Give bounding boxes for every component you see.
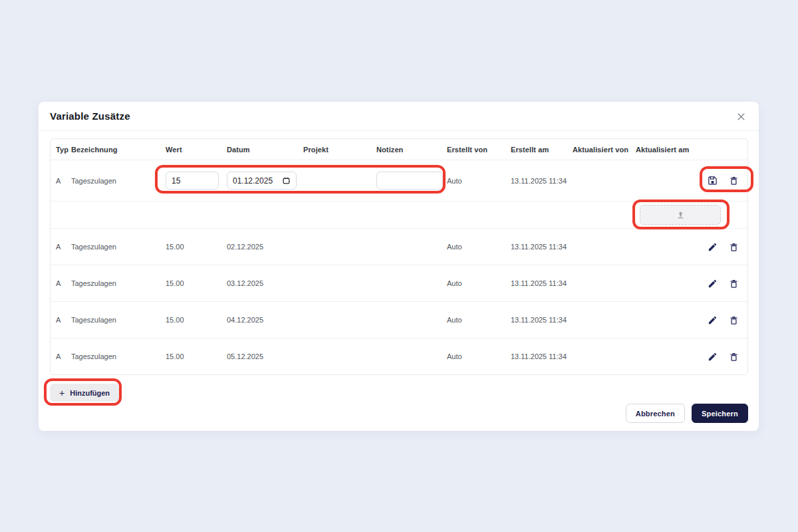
datum-value: 01.12.2025 bbox=[233, 176, 273, 186]
edit-row-button[interactable] bbox=[706, 241, 718, 253]
edit-row-button[interactable] bbox=[706, 277, 718, 289]
edit-row-button[interactable] bbox=[706, 314, 718, 326]
cell-bezeichnung: Tageszulagen bbox=[71, 177, 166, 185]
trash-icon bbox=[729, 176, 739, 186]
footer-actions: Abbrechen Speichern bbox=[626, 404, 748, 423]
close-button[interactable] bbox=[734, 110, 747, 123]
col-header-bezeichnung: Bezeichnung bbox=[71, 146, 166, 154]
cell-datum: 03.12.2025 bbox=[227, 279, 303, 287]
upload-button[interactable] bbox=[640, 205, 721, 225]
variable-zusaetze-modal: Variable Zusätze Typ Bezeichnung Wert Da… bbox=[39, 102, 759, 431]
calendar-icon[interactable] bbox=[282, 176, 291, 185]
table-row-upload bbox=[51, 201, 747, 228]
pencil-icon bbox=[708, 242, 718, 252]
cell-bezeichnung: Tageszulagen bbox=[71, 243, 166, 251]
pencil-icon bbox=[708, 279, 718, 289]
table-row: A Tageszulagen 15.00 02.12.2025 Auto 13.… bbox=[51, 228, 747, 265]
table-header-row: Typ Bezeichnung Wert Datum Projekt Notiz… bbox=[51, 139, 747, 160]
save-button[interactable]: Speichern bbox=[692, 404, 748, 423]
cell-typ: A bbox=[56, 279, 71, 287]
close-icon bbox=[736, 112, 746, 122]
trash-icon bbox=[729, 279, 739, 289]
cell-typ: A bbox=[56, 352, 71, 360]
col-header-erstellt-von: Erstellt von bbox=[447, 146, 511, 154]
cell-erstellt-von: Auto bbox=[447, 177, 511, 185]
pencil-icon bbox=[708, 352, 718, 362]
cell-typ: A bbox=[56, 177, 71, 185]
cell-erstellt-von: Auto bbox=[447, 243, 511, 251]
delete-row-button[interactable] bbox=[728, 314, 739, 326]
upload-icon bbox=[676, 210, 686, 220]
col-header-projekt: Projekt bbox=[303, 146, 376, 154]
cell-datum: 05.12.2025 bbox=[227, 352, 303, 360]
col-header-datum: Datum bbox=[227, 146, 303, 154]
cell-erstellt-am: 13.11.2025 11:34 bbox=[511, 316, 573, 324]
cell-bezeichnung: Tageszulagen bbox=[71, 352, 166, 360]
trash-icon bbox=[729, 242, 739, 252]
cell-datum: 02.12.2025 bbox=[227, 243, 303, 251]
delete-row-button[interactable] bbox=[728, 350, 739, 362]
cell-wert: 15.00 bbox=[166, 352, 227, 360]
col-header-aktualisiert-am: Aktualisiert am bbox=[636, 146, 701, 154]
cell-erstellt-am: 13.11.2025 11:34 bbox=[511, 352, 573, 360]
cell-typ: A bbox=[56, 316, 71, 324]
pencil-icon bbox=[708, 315, 718, 325]
table-row: A Tageszulagen 15.00 05.12.2025 Auto 13.… bbox=[51, 338, 747, 374]
col-header-erstellt-am: Erstellt am bbox=[511, 146, 573, 154]
cell-bezeichnung: Tageszulagen bbox=[71, 316, 166, 324]
col-header-wert: Wert bbox=[166, 146, 227, 154]
notizen-input[interactable] bbox=[376, 172, 443, 190]
save-icon bbox=[708, 176, 718, 186]
trash-icon bbox=[729, 352, 739, 362]
delete-row-button[interactable] bbox=[728, 241, 739, 253]
cell-erstellt-am: 13.11.2025 11:34 bbox=[511, 243, 573, 251]
cell-erstellt-am: 13.11.2025 11:34 bbox=[511, 279, 573, 287]
cell-erstellt-von: Auto bbox=[447, 352, 511, 360]
edit-row-button[interactable] bbox=[706, 350, 718, 362]
col-header-typ: Typ bbox=[56, 146, 71, 154]
cell-bezeichnung: Tageszulagen bbox=[71, 279, 166, 287]
add-button-label: Hinzufügen bbox=[70, 389, 110, 397]
add-button[interactable]: + Hinzufügen bbox=[50, 384, 119, 402]
cancel-button[interactable]: Abbrechen bbox=[626, 404, 685, 423]
cell-erstellt-von: Auto bbox=[447, 316, 511, 324]
col-header-aktualisiert-von: Aktualisiert von bbox=[573, 146, 636, 154]
modal-title: Variable Zusätze bbox=[50, 110, 130, 122]
save-row-button[interactable] bbox=[706, 175, 718, 187]
cell-datum: 04.12.2025 bbox=[227, 316, 303, 324]
delete-row-button[interactable] bbox=[728, 277, 739, 289]
table-row: A Tageszulagen 15.00 04.12.2025 Auto 13.… bbox=[51, 301, 747, 338]
datum-input[interactable]: 01.12.2025 bbox=[227, 172, 297, 190]
table-row: A Tageszulagen 15.00 03.12.2025 Auto 13.… bbox=[51, 265, 747, 301]
cell-wert: 15.00 bbox=[166, 243, 227, 251]
zusatz-table: Typ Bezeichnung Wert Datum Projekt Notiz… bbox=[50, 138, 748, 375]
cell-wert: 15.00 bbox=[166, 316, 227, 324]
wert-input[interactable] bbox=[166, 172, 219, 190]
cell-erstellt-am: 13.11.2025 11:34 bbox=[511, 177, 573, 185]
plus-icon: + bbox=[59, 388, 65, 398]
cell-erstellt-von: Auto bbox=[447, 279, 511, 287]
col-header-notizen: Notizen bbox=[376, 146, 447, 154]
cell-wert: 15.00 bbox=[166, 279, 227, 287]
trash-icon bbox=[729, 315, 739, 325]
cell-typ: A bbox=[56, 243, 71, 251]
delete-row-button[interactable] bbox=[728, 175, 739, 187]
table-row-edit: A Tageszulagen 01.12.2025 bbox=[51, 160, 747, 201]
modal-header: Variable Zusätze bbox=[39, 102, 759, 131]
